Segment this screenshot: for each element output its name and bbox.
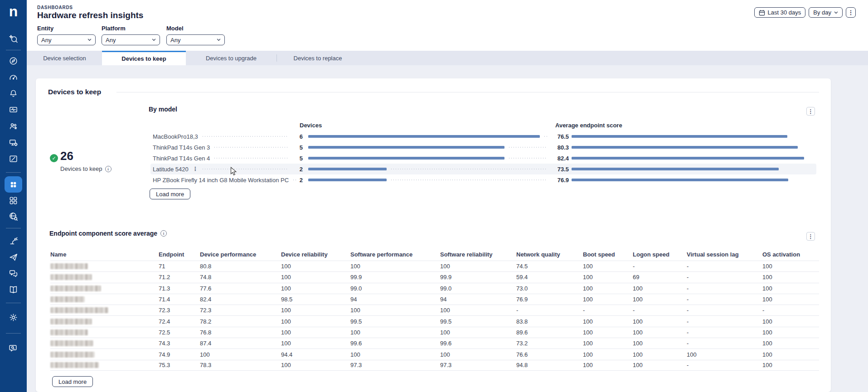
- table-cell: 74.8: [200, 274, 281, 281]
- ai-search-icon[interactable]: [0, 31, 27, 46]
- platform-select[interactable]: Any: [102, 34, 160, 45]
- kpi-label: Devices to keep: [60, 165, 102, 172]
- header-controls: Last 30 days By day ⋮: [754, 7, 856, 18]
- device-name-redacted: [50, 263, 159, 269]
- chevron-down-icon: [834, 11, 838, 14]
- alerts-bell-icon[interactable]: [0, 86, 27, 101]
- info-icon[interactable]: i: [105, 166, 112, 172]
- filter-platform-label: Platform: [102, 25, 160, 32]
- chart-category-label: ThinkPad T14s Gen 3: [153, 144, 210, 151]
- chart-category-label: MacBookPro18,3: [153, 133, 198, 140]
- table-row: 7180.810010010074.5100--100: [50, 261, 819, 271]
- workforce-people-star-icon[interactable]: [0, 119, 27, 133]
- score-table: NameEndpointDevice performanceDevice rel…: [50, 248, 819, 371]
- automation-paper-plane-icon[interactable]: [0, 250, 27, 264]
- dotted-leader: [390, 179, 547, 180]
- tab-devices-to-replace[interactable]: Devices to replace: [276, 51, 359, 65]
- devices-bar: [308, 157, 504, 160]
- table-cell: 71.2: [159, 274, 200, 281]
- chart-row[interactable]: ThinkPad T14s Gen 4582.4: [150, 153, 816, 164]
- redacted-text-blur: [50, 319, 92, 324]
- chart-load-more-button[interactable]: Load more: [150, 189, 190, 199]
- time-range-button[interactable]: Last 30 days: [754, 7, 806, 18]
- table-cell: 72.5: [159, 329, 200, 336]
- table-cell: 100: [281, 318, 350, 325]
- dotted-leader: [202, 136, 287, 137]
- chart-row[interactable]: ThinkPad T14s Gen 3580.3: [150, 142, 816, 153]
- device-monitor-pulse-icon[interactable]: [0, 102, 27, 117]
- filter-entity-label: Entity: [37, 25, 96, 32]
- gauge-icon[interactable]: [0, 70, 27, 84]
- table-cell: 100: [633, 362, 687, 368]
- score-value: 80.3: [551, 144, 572, 151]
- table-load-more-button[interactable]: Load more: [52, 376, 93, 387]
- table-cell: 100: [200, 351, 281, 358]
- documentation-book-icon[interactable]: [0, 282, 27, 297]
- table-cell: -: [583, 307, 633, 314]
- dashboards-grid-icon[interactable]: [0, 177, 27, 192]
- table-cell: 72.3: [159, 307, 200, 314]
- campaigns-canvas-pen-icon[interactable]: [0, 151, 27, 166]
- column-header: Network quality: [516, 251, 583, 258]
- model-select[interactable]: Any: [166, 34, 225, 45]
- table-cell: 76.6: [516, 351, 583, 358]
- nexthink-logo[interactable]: n: [0, 2, 27, 21]
- table-cell: 100: [583, 296, 633, 303]
- settings-gear-icon[interactable]: [0, 310, 27, 324]
- table-cell: 100: [633, 296, 687, 303]
- remote-devices-gear-icon[interactable]: [0, 135, 27, 150]
- score-bar: [572, 135, 787, 138]
- table-cell: 99.9: [440, 274, 516, 281]
- table-kebab-button[interactable]: ⋮: [806, 232, 815, 241]
- chart-kebab-button[interactable]: ⋮: [806, 107, 815, 116]
- explore-compass-icon[interactable]: [0, 53, 27, 68]
- table-cell: -: [687, 307, 762, 314]
- table-cell: -: [687, 340, 762, 347]
- table-cell: 99.5: [440, 318, 516, 325]
- sidebar: n: [0, 0, 27, 392]
- table-cell: 72.3: [200, 307, 281, 314]
- tab-devices-to-upgrade[interactable]: Devices to upgrade: [186, 51, 276, 65]
- table-cell: 97.3: [350, 362, 440, 368]
- row-kebab-button[interactable]: ⋮: [193, 166, 198, 172]
- table-cell: 87.4: [200, 340, 281, 347]
- table-cell: 100: [281, 362, 350, 368]
- entity-select-value: Any: [41, 37, 51, 44]
- page-header: DASHBOARDS Hardware refresh insights Ent…: [27, 0, 868, 51]
- table-cell: 100: [440, 263, 516, 270]
- chart-category-label: ThinkPad T14s Gen 4: [153, 155, 210, 162]
- table-cell: 71.3: [159, 285, 200, 292]
- chart-row[interactable]: MacBookPro18,3676.5: [150, 131, 816, 142]
- table-cell: 94.4: [281, 351, 350, 358]
- redacted-text-blur: [50, 329, 88, 335]
- device-name-redacted: [50, 340, 159, 346]
- table-cell: 80.8: [200, 263, 281, 270]
- column-header: Name: [50, 251, 159, 258]
- engage-chat-bubbles-icon[interactable]: [0, 266, 27, 281]
- table-cell: 99.9: [350, 274, 440, 281]
- header-kebab-button[interactable]: ⋮: [846, 7, 856, 18]
- table-cell: 100: [762, 340, 819, 347]
- table-row: 75.378.310097.397.394.8100100-100: [50, 360, 819, 371]
- granularity-select[interactable]: By day: [809, 7, 843, 18]
- column-header: Virtual session lag: [687, 251, 762, 258]
- investigate-lamp-icon[interactable]: [0, 233, 27, 248]
- entity-select[interactable]: Any: [37, 34, 96, 45]
- table-cell: 100: [350, 351, 440, 358]
- tab-device-selection[interactable]: Device selection: [27, 51, 102, 65]
- table-cell: 69: [633, 274, 687, 281]
- redacted-text-blur: [50, 274, 92, 280]
- chart-header-devices: Devices: [300, 122, 322, 129]
- chart-row[interactable]: Latitude 5420⋮273.5: [150, 164, 816, 174]
- info-icon[interactable]: i: [160, 230, 167, 237]
- chart-row[interactable]: HP ZBook Firefly 14 inch G8 Mobile Works…: [150, 174, 816, 185]
- web-globe-search-icon[interactable]: [0, 209, 27, 223]
- library-blocks-icon[interactable]: [0, 193, 27, 208]
- table-cell: 74.9: [159, 351, 200, 358]
- devices-count: 2: [291, 177, 303, 184]
- tab-devices-to-keep[interactable]: Devices to keep: [102, 51, 186, 65]
- dotted-leader: [543, 136, 547, 137]
- support-chat-search-icon[interactable]: [0, 341, 27, 355]
- device-name-redacted: [50, 329, 159, 335]
- dotted-leader: [213, 147, 287, 148]
